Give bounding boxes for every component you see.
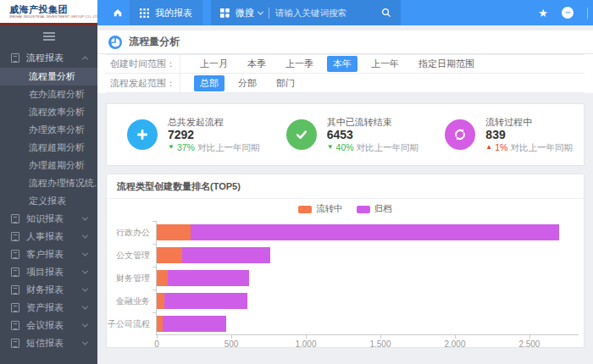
filter-option-this-year[interactable]: 本年 bbox=[327, 56, 357, 72]
category-label: 子公司流程 bbox=[106, 318, 150, 330]
sidebar-item-flow-volume-analysis[interactable]: 流程量分析 bbox=[0, 68, 97, 85]
check-icon bbox=[286, 119, 317, 150]
sidebar-item-customer-reports[interactable]: 客户报表 bbox=[0, 245, 97, 263]
chart-panel: 流程类型创建数量排名(TOP5) 流转中 归档 行政办公公文管理财务管理金融业务… bbox=[106, 174, 585, 348]
sidebar-item-flow-overdue-analysis[interactable]: 流程超期分析 bbox=[0, 139, 97, 157]
stacked-bar bbox=[157, 247, 579, 263]
filter-options: 上一月 本季 上一季 本年 上一年 指定日期范围 bbox=[180, 55, 480, 73]
stat-value: 6453 bbox=[327, 128, 418, 142]
widget-grid-icon bbox=[220, 8, 230, 18]
plus-icon bbox=[127, 119, 158, 150]
sidebar-collapse-button[interactable] bbox=[0, 25, 97, 47]
legend-swatch bbox=[357, 206, 370, 213]
trend-text: 对比上一年同期 bbox=[510, 142, 573, 153]
sidebar-section-label: 流程报表 bbox=[26, 52, 64, 64]
sidebar-item-hr-reports[interactable]: 人事报表 bbox=[0, 228, 97, 245]
x-axis-tick bbox=[455, 334, 456, 339]
search-icon[interactable] bbox=[381, 8, 391, 18]
sidebar-item-project-reports[interactable]: 项目报表 bbox=[0, 263, 97, 281]
sidebar-item-label: 资产报表 bbox=[26, 301, 64, 314]
bar-segment bbox=[163, 316, 226, 332]
chart-row: 财务管理 bbox=[157, 267, 579, 290]
filter-option-date-range[interactable]: 指定日期范围 bbox=[413, 56, 480, 72]
filter-option-branch[interactable]: 分部 bbox=[232, 75, 263, 91]
legend-label: 流转中 bbox=[316, 203, 343, 215]
chevron-down-icon bbox=[82, 286, 88, 292]
filter-panel: 创建时间范围： 上一月 本季 上一季 本年 上一年 指定日期范围 流程发起范围：… bbox=[97, 54, 593, 93]
company-logo[interactable]: 威海产投集团 WEIHAI INDUSTRIAL INVESTMENT GROU… bbox=[0, 0, 97, 25]
sidebar-item-asset-reports[interactable]: 资产报表 bbox=[0, 299, 97, 317]
filter-option-department[interactable]: 部门 bbox=[270, 75, 301, 91]
favorite-star-icon[interactable]: ★ bbox=[538, 8, 548, 19]
quick-search-label: 微搜 bbox=[236, 7, 254, 19]
filter-option-last-month[interactable]: 上一月 bbox=[194, 56, 234, 72]
x-axis-tick-label: 0 bbox=[154, 339, 159, 348]
stacked-bar bbox=[157, 293, 579, 309]
stacked-bar bbox=[157, 316, 579, 332]
sidebar-item-finance-reports[interactable]: 财务报表 bbox=[0, 281, 97, 299]
stat-label: 流转过程中 bbox=[485, 117, 573, 128]
trend-up-icon: ▲ bbox=[485, 144, 492, 151]
x-axis-tick bbox=[231, 334, 232, 339]
trend-text: 对比上一年同期 bbox=[357, 142, 419, 153]
app-window: 威海产投集团 WEIHAI INDUSTRIAL INVESTMENT GROU… bbox=[0, 0, 593, 364]
category-label: 行政办公 bbox=[106, 227, 150, 239]
filter-row-time-range: 创建时间范围： 上一月 本季 上一季 本年 上一年 指定日期范围 bbox=[106, 54, 585, 74]
trend-percent: 37% bbox=[177, 142, 195, 153]
filter-option-this-quarter[interactable]: 本季 bbox=[241, 56, 272, 72]
x-axis-tick-label: 2,000 bbox=[444, 339, 465, 348]
bar-segment bbox=[168, 270, 249, 286]
chart-legend: 流转中 归档 bbox=[107, 202, 584, 216]
category-label: 财务管理 bbox=[106, 273, 150, 284]
filter-option-last-year[interactable]: 上一年 bbox=[365, 56, 405, 72]
search-input[interactable] bbox=[275, 8, 375, 18]
chart-row: 行政办公 bbox=[157, 221, 579, 244]
report-icon bbox=[11, 53, 19, 63]
category-label: 金融业务 bbox=[106, 295, 150, 307]
sidebar-item-label: 会议报表 bbox=[26, 319, 64, 332]
x-axis-tick-label: 1,500 bbox=[369, 339, 391, 348]
page-title: 流程量分析 bbox=[129, 35, 180, 49]
bar-segment bbox=[157, 247, 182, 263]
chart-row: 子公司流程 bbox=[157, 312, 579, 335]
sidebar-item-process-reports[interactable]: 流程报表 bbox=[0, 47, 97, 68]
filter-option-headquarters[interactable]: 总部 bbox=[194, 75, 224, 91]
x-axis-tick bbox=[306, 334, 307, 339]
legend-item-archived[interactable]: 归档 bbox=[357, 203, 392, 215]
bar-segment bbox=[157, 224, 191, 240]
report-icon bbox=[11, 321, 19, 330]
stat-value: 839 bbox=[485, 128, 573, 142]
sidebar-item-meeting-reports[interactable]: 会议报表 bbox=[0, 317, 97, 334]
sidebar-item-sms-reports[interactable]: 短信报表 bbox=[0, 334, 97, 352]
home-button[interactable] bbox=[106, 0, 130, 25]
more-icon[interactable]: ··· bbox=[562, 7, 574, 19]
legend-swatch bbox=[298, 206, 312, 213]
legend-label: 归档 bbox=[374, 203, 392, 215]
sidebar-item-handling-efficiency-analysis[interactable]: 办理效率分析 bbox=[0, 121, 97, 139]
legend-item-in-transit[interactable]: 流转中 bbox=[298, 203, 343, 215]
stat-trend: ▲ 1% 对比上一年同期 bbox=[485, 142, 573, 153]
chevron-down-icon bbox=[82, 322, 88, 328]
bar-segment bbox=[157, 293, 164, 309]
top-right-actions: ★ ··· bbox=[538, 7, 593, 19]
tab-my-reports[interactable]: 我的报表 bbox=[130, 0, 202, 25]
trend-down-icon: ▼ bbox=[327, 144, 334, 151]
bar-segment bbox=[157, 316, 163, 332]
logo-subtitle: WEIHAI INDUSTRIAL INVESTMENT GROUP CO.,L… bbox=[9, 14, 100, 19]
sidebar-item-custom-reports[interactable]: 定义报表 bbox=[0, 192, 97, 210]
sidebar-item-handling-overdue-analysis[interactable]: 办理超期分析 bbox=[0, 157, 97, 174]
sidebar-item-in-process-analysis[interactable]: 在办流程分析 bbox=[0, 85, 97, 103]
quick-search-dropdown[interactable]: 微搜 bbox=[236, 7, 263, 19]
hamburger-icon bbox=[43, 32, 55, 41]
sidebar-item-flow-efficiency-analysis[interactable]: 流程效率分析 bbox=[0, 103, 97, 121]
stat-trend: ▼ 37% 对比上一年同期 bbox=[168, 142, 259, 153]
bar-segment bbox=[182, 247, 270, 263]
sidebar-item-label: 项目报表 bbox=[26, 266, 64, 279]
sidebar-item-label: 短信报表 bbox=[26, 337, 64, 350]
sidebar-item-knowledge-reports[interactable]: 知识报表 bbox=[0, 210, 97, 228]
tab-label: 我的报表 bbox=[155, 7, 192, 19]
home-icon bbox=[113, 8, 123, 18]
filter-option-last-quarter[interactable]: 上一季 bbox=[280, 56, 319, 72]
sidebar-item-flow-handling-status[interactable]: 流程办理情况统... bbox=[0, 174, 97, 192]
x-axis-tick-label: 2,500 bbox=[518, 339, 540, 348]
